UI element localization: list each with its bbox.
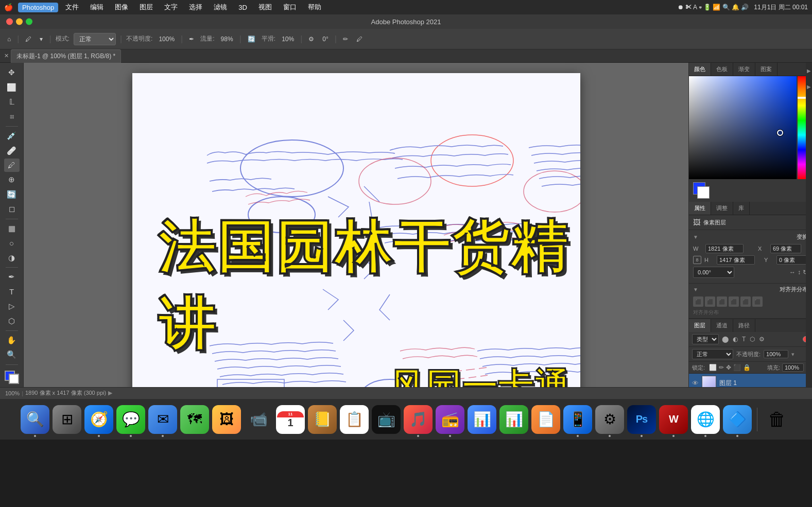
lock-position-icon[interactable]: ✥	[726, 364, 731, 371]
dock-contacts[interactable]: 📒	[308, 405, 337, 434]
dock-launchpad[interactable]: ⊞	[53, 405, 81, 434]
lock-all-icon[interactable]: 🔒	[743, 364, 751, 371]
menu-select[interactable]: 选择	[185, 2, 206, 13]
flip-h-icon[interactable]: ↔	[789, 269, 796, 276]
link-proportions-icon[interactable]: 8	[693, 256, 701, 264]
dock-mail[interactable]: ✉	[148, 405, 177, 434]
tab-channels[interactable]: 通道	[711, 319, 733, 332]
blur-tool[interactable]: ○	[4, 236, 20, 250]
close-button[interactable]	[6, 19, 13, 25]
color-picker-area[interactable]	[689, 76, 806, 179]
angle-value[interactable]: 0°	[320, 34, 330, 44]
menu-filter[interactable]: 滤镜	[210, 2, 231, 13]
transform-collapse-arrow[interactable]: ▼	[693, 234, 698, 240]
filter-type-select[interactable]: 类型	[692, 334, 719, 344]
align-left-btn[interactable]: ⬛	[693, 296, 703, 307]
tab-gradient[interactable]: 渐变	[733, 63, 755, 76]
apple-icon[interactable]: 🍎	[4, 3, 13, 11]
filter-adjust-icon[interactable]: ◐	[732, 335, 739, 344]
zoom-tool[interactable]: 🔍	[4, 348, 20, 361]
tab-pattern[interactable]: 图案	[755, 63, 778, 76]
status-arrow[interactable]: ▶	[108, 390, 112, 396]
dock-maps[interactable]: 🗺	[180, 405, 209, 434]
dock-appstore[interactable]: 📱	[563, 405, 592, 434]
dock-wps[interactable]: W	[659, 405, 688, 434]
menu-text[interactable]: 文字	[160, 2, 182, 13]
filter-smart-icon[interactable]: ⚙	[758, 335, 766, 344]
align-collapse-arrow[interactable]: ▼	[693, 287, 698, 292]
align-bottom-btn[interactable]: ⬛	[752, 296, 763, 307]
dock-chrome[interactable]: 🌐	[691, 405, 720, 434]
blend-mode-select[interactable]: 正常	[692, 349, 733, 359]
dock-qq[interactable]: 🔷	[723, 405, 752, 434]
menu-view[interactable]: 视图	[254, 2, 276, 13]
healing-tool[interactable]: 🩹	[4, 144, 20, 157]
background-swatch[interactable]	[697, 186, 710, 199]
align-right-btn[interactable]: ⬛	[717, 296, 727, 307]
dock-keynote[interactable]: 📊	[468, 405, 496, 434]
extra-icon1[interactable]: ✏	[341, 34, 350, 44]
eyedropper-tool[interactable]: 💉	[4, 129, 20, 143]
pen-pressure-icon[interactable]: ✒	[187, 34, 196, 44]
lock-pixel-icon[interactable]: ✏	[719, 364, 724, 371]
align-center-h-btn[interactable]: ⬛	[705, 296, 715, 307]
crop-tool[interactable]: ⌗	[4, 110, 20, 123]
move-tool[interactable]: ✥	[4, 66, 20, 79]
dock-trash[interactable]: 🗑	[763, 405, 791, 434]
angle-select[interactable]: 0.00°	[693, 267, 734, 278]
menu-3d[interactable]: 3D	[234, 3, 251, 12]
opacity-arrow[interactable]: ▾	[791, 351, 794, 358]
tab-libraries[interactable]: 库	[733, 202, 750, 215]
tab-properties[interactable]: 属性	[689, 202, 711, 215]
opacity-input[interactable]	[764, 350, 788, 358]
x-input[interactable]	[770, 244, 801, 253]
tab-swatches[interactable]: 色板	[711, 63, 733, 76]
smoothing-value[interactable]: 10%	[280, 34, 296, 44]
path-select-tool[interactable]: ▷	[4, 300, 20, 313]
dock-safari[interactable]: 🧭	[84, 405, 113, 434]
shape-tool[interactable]: ⬡	[4, 314, 20, 327]
align-center-v-btn[interactable]: ⬛	[740, 296, 751, 307]
color-swatches[interactable]	[693, 182, 710, 199]
history-brush-tool[interactable]: 🔄	[4, 188, 20, 201]
flip-v-icon[interactable]: ↕	[798, 269, 801, 276]
color-box[interactable]	[5, 371, 19, 384]
hand-tool[interactable]: ✋	[4, 334, 20, 347]
menu-window[interactable]: 窗口	[279, 2, 301, 13]
dock-finder[interactable]: 🔍	[21, 405, 49, 434]
brush-tool[interactable]: 🖊	[4, 159, 20, 172]
dock-ps[interactable]: Ps	[627, 405, 656, 434]
y-input[interactable]	[776, 255, 807, 265]
layer-item-1[interactable]: 👁 图层 1	[689, 374, 812, 387]
document-tab[interactable]: 未标题-1 @ 100% (图层 1, RGB/8) *	[11, 49, 121, 63]
tab-adjustments[interactable]: 调整	[711, 202, 733, 215]
menu-edit[interactable]: 编辑	[86, 2, 108, 13]
selection-tool[interactable]: ⬜	[4, 80, 20, 94]
lock-artboard-icon[interactable]: ⬛	[733, 364, 741, 371]
w-input[interactable]	[705, 244, 744, 253]
hue-bar[interactable]	[798, 76, 806, 179]
lasso-tool[interactable]: 𝕃	[4, 95, 20, 109]
smoothing-icon[interactable]: 🔄	[246, 34, 257, 44]
tab-color[interactable]: 颜色	[689, 63, 711, 76]
extra-icon2[interactable]: 🖊	[354, 34, 365, 44]
flow-value[interactable]: 98%	[219, 34, 235, 44]
menu-layer[interactable]: 图层	[135, 2, 157, 13]
background-color[interactable]	[9, 374, 19, 384]
menu-file[interactable]: 文件	[61, 2, 83, 13]
dock-tv[interactable]: 📺	[372, 405, 401, 434]
home-button[interactable]: ⌂	[5, 34, 13, 44]
dock-music[interactable]: 🎵	[404, 405, 433, 434]
opacity-value[interactable]: 100%	[157, 34, 177, 44]
settings-icon[interactable]: ⚙	[306, 34, 316, 44]
dock-system-prefs[interactable]: ⚙	[595, 405, 624, 434]
eraser-tool[interactable]: ◻	[4, 202, 20, 216]
text-tool[interactable]: T	[4, 285, 20, 298]
menu-help[interactable]: 帮助	[304, 2, 325, 13]
filter-text-icon[interactable]: T	[741, 335, 747, 344]
clone-tool[interactable]: ⊕	[4, 173, 20, 186]
fill-input[interactable]	[782, 363, 804, 372]
tab-paths[interactable]: 路径	[733, 319, 755, 332]
menu-photoshop[interactable]: Photoshop	[18, 3, 58, 12]
filter-shape-icon[interactable]: ⬡	[749, 335, 756, 344]
